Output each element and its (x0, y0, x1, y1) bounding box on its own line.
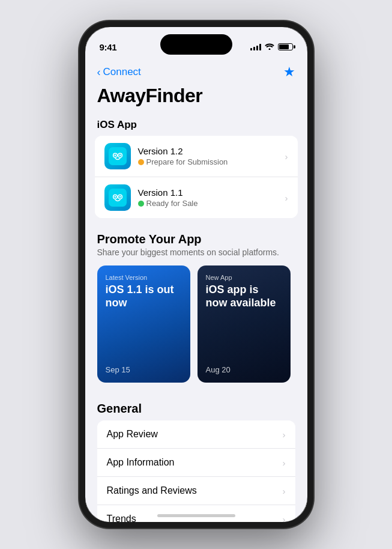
promo-card-2-label: New App (206, 274, 282, 281)
app-icon-v11 (104, 184, 131, 211)
promo-card-1-title: iOS 1.1 is out now (106, 284, 182, 309)
signal-bar-3 (256, 46, 258, 50)
version-status-label-2: Ready for Sale (146, 199, 198, 208)
app-title: AwayFinder (85, 82, 307, 114)
dynamic-island (160, 34, 232, 55)
version-info-2: Version 1.1 Ready for Sale (138, 187, 285, 208)
battery-icon (278, 43, 293, 50)
svg-point-14 (114, 196, 116, 198)
svg-point-15 (119, 196, 121, 198)
svg-point-7 (119, 154, 121, 156)
version-status-1: Prepare for Submission (138, 157, 285, 166)
signal-bar-2 (253, 47, 255, 50)
general-item-app-review-label: App Review (107, 429, 158, 440)
status-dot-green (138, 201, 144, 207)
version-name-2: Version 1.1 (138, 187, 285, 198)
general-list: App Review › App Information › Ratings a… (97, 420, 295, 522)
version-status-2: Ready for Sale (138, 199, 285, 208)
signal-bar-1 (250, 48, 252, 50)
signal-bar-4 (259, 44, 261, 50)
general-title: General (97, 402, 295, 416)
chevron-right-icon-2: › (285, 193, 288, 203)
promo-card-2[interactable]: New App iOS app is now available Aug 20 (198, 265, 291, 383)
svg-point-6 (114, 154, 116, 156)
chevron-left-icon: ‹ (97, 67, 101, 77)
scroll-content[interactable]: ‹ Connect ★ AwayFinder iOS App (85, 59, 307, 522)
signal-bars-icon (250, 43, 261, 50)
versions-list: Version 1.2 Prepare for Submission › (95, 136, 298, 218)
promo-card-2-date: Aug 20 (206, 365, 282, 374)
app-icon-v12 (104, 143, 131, 169)
general-item-ratings-label: Ratings and Reviews (107, 485, 197, 496)
version-item-1[interactable]: Version 1.2 Prepare for Submission › (95, 136, 298, 177)
promo-card-2-top: New App iOS app is now available (206, 274, 282, 309)
star-icon: ★ (283, 64, 295, 79)
promote-section: Promote Your App Share your biggest mome… (85, 220, 307, 390)
general-item-trends[interactable]: Trends › (97, 505, 295, 522)
general-item-trends-label: Trends (107, 514, 136, 522)
chevron-right-app-review: › (283, 429, 286, 440)
version-info-1: Version 1.2 Prepare for Submission (138, 146, 285, 166)
promo-card-1-top: Latest Version iOS 1.1 is out now (106, 274, 182, 309)
status-time: 9:41 (100, 42, 117, 52)
promo-card-1-date: Sep 15 (106, 365, 182, 374)
promote-title: Promote Your App (97, 232, 295, 246)
general-item-ratings[interactable]: Ratings and Reviews › (97, 477, 295, 505)
status-icons (250, 43, 293, 52)
chevron-right-app-info: › (283, 458, 286, 468)
wifi-icon (265, 43, 274, 52)
general-item-app-info[interactable]: App Information › (97, 449, 295, 477)
battery-fill (279, 44, 289, 49)
back-label: Connect (103, 66, 141, 78)
version-item-2[interactable]: Version 1.1 Ready for Sale › (95, 177, 298, 218)
general-item-app-info-label: App Information (107, 457, 175, 468)
svg-rect-0 (109, 147, 127, 165)
chevron-right-icon-1: › (285, 151, 288, 162)
general-section: General App Review › App Information › R… (85, 390, 307, 522)
promo-card-2-title: iOS app is now available (206, 284, 282, 309)
promo-card-1[interactable]: Latest Version iOS 1.1 is out now Sep 15 (97, 265, 190, 383)
status-dot-yellow (138, 159, 144, 165)
general-item-app-review[interactable]: App Review › (97, 420, 295, 449)
home-indicator (157, 514, 235, 517)
screen: 9:41 (85, 27, 307, 522)
promo-cards[interactable]: Latest Version iOS 1.1 is out now Sep 15… (97, 265, 295, 385)
back-button[interactable]: ‹ Connect (97, 66, 141, 78)
version-status-label-1: Prepare for Submission (146, 157, 228, 166)
svg-rect-8 (109, 189, 127, 207)
chevron-right-ratings: › (283, 486, 286, 496)
nav-bar: ‹ Connect ★ (85, 59, 307, 82)
promote-subtitle: Share your biggest moments on social pla… (97, 247, 295, 257)
phone-frame: 9:41 (79, 21, 313, 528)
ios-section-header: iOS App (85, 114, 307, 133)
chevron-right-trends: › (283, 514, 286, 523)
version-name-1: Version 1.2 (138, 146, 285, 156)
promo-card-1-label: Latest Version (106, 274, 182, 281)
star-button[interactable]: ★ (283, 64, 295, 80)
